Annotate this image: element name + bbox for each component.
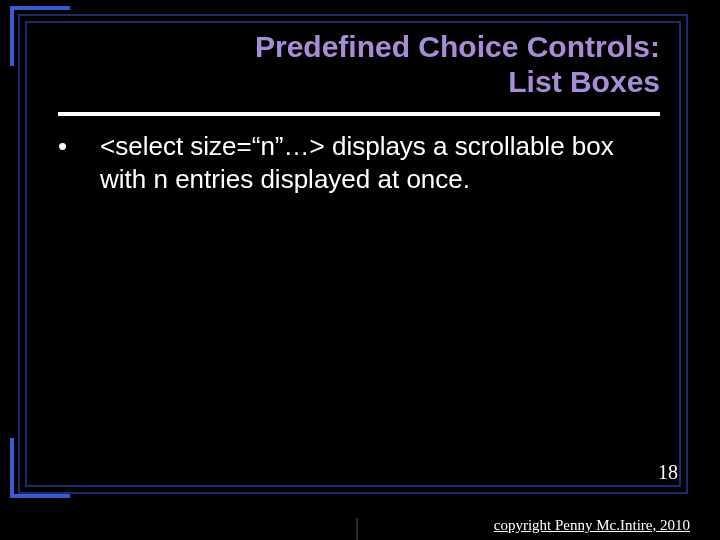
title-underline [58, 112, 660, 116]
corner-accent-top-left [10, 6, 14, 66]
bullet-text: <select size=“n”…> displays a scrollable… [100, 130, 663, 195]
bottom-divider-tick [356, 518, 358, 540]
title-line-2: List Boxes [508, 65, 660, 98]
slide-title: Predefined Choice Controls: List Boxes [60, 30, 660, 99]
slide-number: 18 [658, 461, 678, 484]
corner-accent-bottom-left [10, 438, 14, 498]
copyright-text: copyright Penny Mc.Intire, 2010 [494, 517, 690, 534]
slide-body: • <select size=“n”…> displays a scrollab… [58, 130, 663, 195]
corner-accent-top-left [10, 6, 70, 10]
bullet-item: • <select size=“n”…> displays a scrollab… [58, 130, 663, 195]
slide: Predefined Choice Controls: List Boxes •… [0, 0, 720, 540]
bullet-dot: • [58, 130, 100, 195]
corner-accent-bottom-left [10, 494, 70, 498]
title-line-1: Predefined Choice Controls: [255, 30, 660, 63]
